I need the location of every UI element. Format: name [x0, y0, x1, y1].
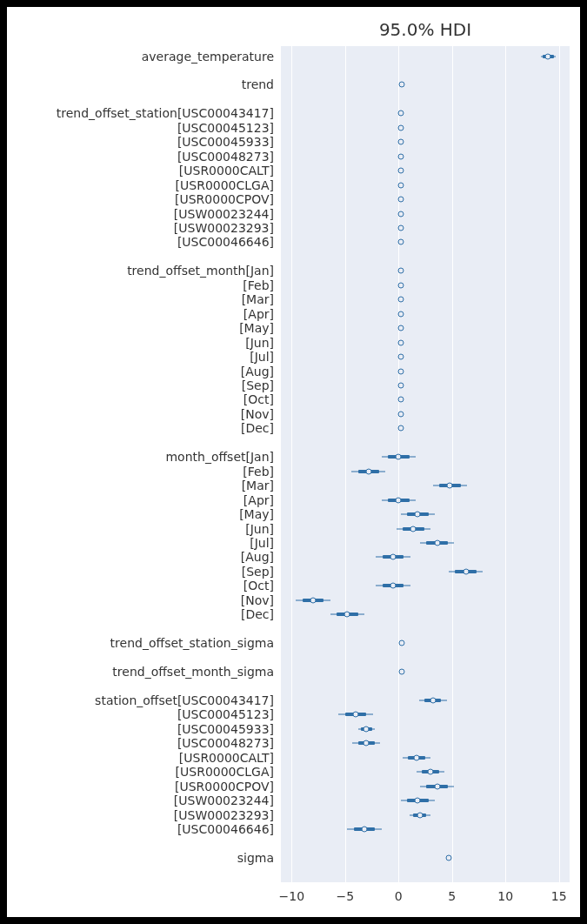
mean-marker: [415, 798, 421, 804]
mean-marker: [414, 754, 420, 760]
gridline: [559, 46, 560, 882]
y-tick-label: trend_offset_station_sigma: [7, 636, 274, 650]
y-tick-label: [USR0000CPOV]: [7, 192, 274, 206]
y-tick-label: [Jun]: [7, 522, 274, 536]
y-tick-label: [Apr]: [7, 493, 274, 507]
y-tick-label: sigma: [7, 851, 274, 865]
y-tick-label: [USR0000CALT]: [7, 164, 274, 177]
y-tick-label: [Dec]: [7, 421, 274, 435]
chart-title: 95.0% HDI: [281, 19, 570, 40]
y-tick-label: trend_offset_month[Jan]: [7, 264, 274, 278]
y-tick-label: [Mar]: [7, 479, 274, 492]
mean-marker: [397, 168, 404, 174]
mean-marker: [410, 526, 417, 532]
mean-marker: [397, 239, 404, 245]
x-tick-label: 0: [395, 889, 403, 903]
y-tick-label: station_offset[USC00043417]: [7, 693, 274, 707]
mean-marker: [396, 497, 402, 503]
mean-marker: [397, 311, 404, 317]
y-tick-label: [Sep]: [7, 378, 274, 392]
y-tick-label: [USW00023293]: [7, 221, 274, 235]
mean-marker: [430, 698, 436, 704]
y-tick-label: [USC00048273]: [7, 736, 274, 750]
y-tick-label: [USR0000CPOV]: [7, 780, 274, 793]
mean-marker: [396, 454, 402, 460]
mean-marker: [397, 354, 404, 360]
y-tick-label: [Mar]: [7, 292, 274, 306]
y-tick-label: [Aug]: [7, 365, 274, 378]
y-tick-label: [Nov]: [7, 407, 274, 421]
mean-marker: [545, 53, 551, 59]
figure-frame: 95.0% HDI −10−5051015average_temperature…: [0, 0, 587, 924]
mean-marker: [364, 740, 370, 747]
y-tick-label: [USC00045123]: [7, 121, 274, 135]
y-tick-label: [USC00045933]: [7, 722, 274, 736]
mean-marker: [398, 640, 404, 646]
mean-marker: [398, 82, 404, 88]
mean-marker: [397, 124, 404, 131]
mean-marker: [397, 224, 404, 231]
mean-marker: [397, 110, 404, 117]
y-tick-label: [May]: [7, 321, 274, 335]
mean-marker: [390, 554, 397, 560]
mean-marker: [397, 297, 404, 303]
mean-marker: [397, 282, 404, 288]
gridline: [345, 46, 346, 882]
y-tick-label: [USW00023244]: [7, 207, 274, 221]
y-tick-label: [Dec]: [7, 607, 274, 621]
y-tick-label: trend: [7, 77, 274, 91]
mean-marker: [310, 597, 316, 603]
mean-marker: [397, 139, 404, 145]
y-tick-label: [USC00048273]: [7, 150, 274, 164]
mean-marker: [397, 325, 404, 331]
y-tick-label: trend_offset_station[USC00043417]: [7, 106, 274, 120]
y-tick-label: [Jul]: [7, 536, 274, 550]
x-tick-label: −5: [336, 889, 354, 903]
mean-marker: [397, 197, 404, 203]
mean-marker: [397, 268, 404, 274]
y-tick-label: [Feb]: [7, 278, 274, 292]
mean-marker: [415, 512, 421, 518]
gridline: [452, 46, 453, 882]
mean-marker: [463, 568, 469, 574]
gridline: [291, 46, 292, 882]
y-tick-label: [USR0000CLGA]: [7, 765, 274, 779]
mean-marker: [397, 339, 404, 345]
x-tick-label: 15: [551, 889, 567, 903]
mean-marker: [397, 368, 404, 374]
mean-marker: [365, 468, 371, 474]
mean-marker: [397, 153, 404, 159]
y-tick-label: average_temperature: [7, 50, 274, 64]
mean-marker: [397, 397, 404, 403]
y-tick-label: [May]: [7, 507, 274, 521]
mean-marker: [397, 411, 404, 417]
y-tick-label: [USR0000CALT]: [7, 751, 274, 765]
y-tick-label: [USR0000CLGA]: [7, 178, 274, 192]
mean-marker: [397, 182, 404, 188]
mean-marker: [397, 425, 404, 432]
mean-marker: [447, 483, 453, 489]
y-tick-label: [Feb]: [7, 465, 274, 479]
mean-marker: [446, 855, 452, 861]
x-tick-label: −10: [279, 889, 305, 903]
y-tick-label: trend_offset_month_sigma: [7, 665, 274, 679]
mean-marker: [434, 783, 440, 789]
y-tick-label: [Oct]: [7, 579, 274, 593]
y-tick-label: [USC00046646]: [7, 822, 274, 836]
y-tick-label: [USC00045123]: [7, 707, 274, 721]
gridline: [505, 46, 506, 882]
y-tick-label: [Jun]: [7, 336, 274, 350]
mean-marker: [390, 583, 397, 589]
mean-marker: [434, 540, 440, 546]
mean-marker: [364, 726, 370, 732]
mean-marker: [428, 769, 434, 775]
plot-area: [281, 46, 570, 882]
y-tick-label: [Jul]: [7, 350, 274, 364]
x-tick-label: 10: [497, 889, 513, 903]
mean-marker: [398, 669, 404, 675]
mean-marker: [417, 812, 423, 818]
mean-marker: [397, 382, 404, 388]
y-tick-label: month_offset[Jan]: [7, 450, 274, 464]
y-tick-label: [Nov]: [7, 593, 274, 607]
y-tick-label: [Aug]: [7, 550, 274, 564]
